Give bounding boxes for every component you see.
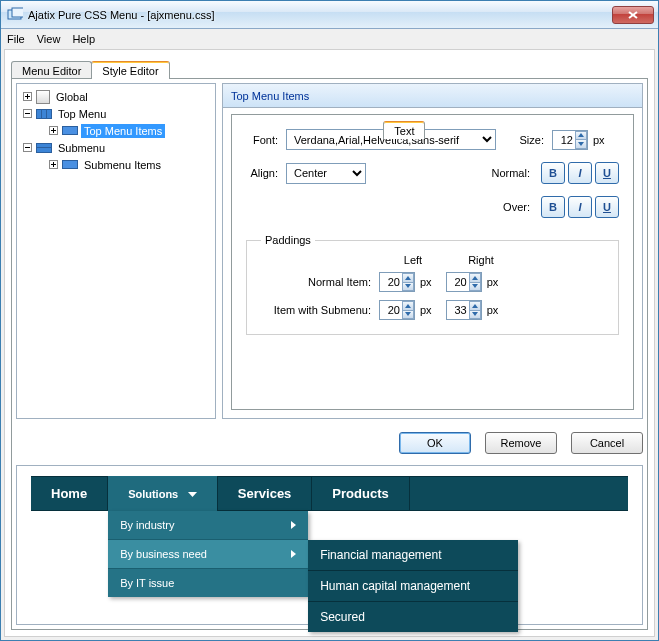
menu-help[interactable]: Help xyxy=(72,33,95,45)
preview-item-products[interactable]: Products xyxy=(312,476,409,511)
tree-label-submenuitems: Submenu Items xyxy=(81,158,164,172)
sub-by-industry[interactable]: By industry xyxy=(108,511,308,539)
size-label: Size: xyxy=(496,134,552,146)
tree-top-menu-items[interactable]: Top Menu Items xyxy=(19,122,213,139)
submenu-item-label: Item with Submenu: xyxy=(261,304,379,316)
preview-submenu: By industry By business need Financial m… xyxy=(108,511,308,597)
svg-marker-17 xyxy=(578,133,584,137)
sub2-hcm[interactable]: Human capital management xyxy=(308,570,518,601)
sub-by-it-issue[interactable]: By IT issue xyxy=(108,568,308,597)
preview-submenu2: Financial management Human capital manag… xyxy=(308,540,518,632)
titlebar[interactable]: Ajatix Pure CSS Menu - [ajxmenu.css] xyxy=(1,1,658,29)
tree-label-submenu: Submenu xyxy=(55,141,108,155)
twisty-icon[interactable] xyxy=(21,142,33,154)
size-unit: px xyxy=(593,134,605,146)
twisty-icon[interactable] xyxy=(21,91,33,103)
svg-marker-27 xyxy=(188,492,197,497)
menu-view[interactable]: View xyxy=(37,33,61,45)
window-title: Ajatix Pure CSS Menu - [ajxmenu.css] xyxy=(28,9,612,21)
over-style-label: Over: xyxy=(503,201,538,213)
ok-button[interactable]: OK xyxy=(399,432,471,454)
right-panel-heading: Top Menu Items xyxy=(223,84,642,108)
preview-top-menu: Home Solutions By industry By business n… xyxy=(31,476,628,511)
twisty-icon[interactable] xyxy=(21,108,33,120)
app-window: Ajatix Pure CSS Menu - [ajxmenu.css] Fil… xyxy=(0,0,659,641)
chevron-right-icon xyxy=(291,521,296,529)
spinner-buttons[interactable] xyxy=(575,131,587,149)
remove-button[interactable]: Remove xyxy=(485,432,557,454)
underline-normal-button[interactable]: U xyxy=(595,162,619,184)
sub-by-business-need[interactable]: By business need Financial management Hu… xyxy=(108,539,308,568)
right-panel: Top Menu Items Size Colors Images Text F… xyxy=(222,83,643,419)
sub-right-spinner[interactable] xyxy=(446,300,482,320)
font-label: Font: xyxy=(246,134,286,146)
svg-marker-26 xyxy=(472,312,478,316)
italic-over-button[interactable]: I xyxy=(568,196,592,218)
preview-item-solutions-label: Solutions xyxy=(128,488,178,500)
normal-style-label: Normal: xyxy=(491,167,538,179)
preview-item-services[interactable]: Services xyxy=(218,476,313,511)
close-button[interactable] xyxy=(612,6,654,24)
app-icon xyxy=(7,7,23,23)
global-icon xyxy=(36,90,50,104)
tree-top-menu[interactable]: Top Menu xyxy=(19,105,213,122)
menu-item-icon xyxy=(62,126,78,135)
client-area: Menu Editor Style Editor Global Top Menu xyxy=(4,49,655,637)
dialog-button-row: OK Remove Cancel xyxy=(399,432,643,454)
tree-submenu-items[interactable]: Submenu Items xyxy=(19,156,213,173)
tab-menu-editor[interactable]: Menu Editor xyxy=(11,61,92,79)
twisty-icon[interactable] xyxy=(47,159,59,171)
bold-normal-button[interactable]: B xyxy=(541,162,565,184)
svg-marker-18 xyxy=(578,142,584,146)
sub2-secured[interactable]: Secured xyxy=(308,601,518,632)
svg-marker-28 xyxy=(291,521,296,529)
underline-over-button[interactable]: U xyxy=(595,196,619,218)
tab-text[interactable]: Text xyxy=(383,121,425,139)
tree-submenu[interactable]: Submenu xyxy=(19,139,213,156)
align-label: Align: xyxy=(246,167,286,179)
cancel-button[interactable]: Cancel xyxy=(571,432,643,454)
bold-over-button[interactable]: B xyxy=(541,196,565,218)
text-panel: Font: Verdana,Arial,Helvetica,sans-serif… xyxy=(231,114,634,410)
chevron-down-icon xyxy=(188,488,197,500)
unit-px: px xyxy=(487,304,499,316)
unit-px: px xyxy=(420,276,432,288)
align-select[interactable]: Center xyxy=(286,163,366,184)
main-tabstrip: Menu Editor Style Editor xyxy=(11,56,648,78)
menu-file[interactable]: File xyxy=(7,33,25,45)
padding-left-label: Left xyxy=(379,254,447,266)
svg-marker-22 xyxy=(472,284,478,288)
preview-item-home[interactable]: Home xyxy=(31,476,108,511)
tree-label-global: Global xyxy=(53,90,91,104)
font-size-spinner[interactable] xyxy=(552,130,588,150)
svg-marker-25 xyxy=(472,304,478,308)
paddings-legend: Paddings xyxy=(261,234,315,246)
top-menu-icon xyxy=(36,109,52,119)
sub2-financial[interactable]: Financial management xyxy=(308,540,518,570)
italic-normal-button[interactable]: I xyxy=(568,162,592,184)
preview-item-solutions[interactable]: Solutions By industry By business need F… xyxy=(108,476,218,511)
svg-marker-24 xyxy=(405,312,411,316)
svg-marker-29 xyxy=(291,550,296,558)
tree-label-topmenu: Top Menu xyxy=(55,107,109,121)
svg-rect-1 xyxy=(12,8,23,17)
svg-marker-21 xyxy=(472,276,478,280)
tree-global[interactable]: Global xyxy=(19,88,213,105)
sub-left-spinner[interactable] xyxy=(379,300,415,320)
normal-left-spinner[interactable] xyxy=(379,272,415,292)
unit-px: px xyxy=(487,276,499,288)
menubar: File View Help xyxy=(1,29,658,49)
submenu-icon xyxy=(36,143,52,153)
svg-marker-23 xyxy=(405,304,411,308)
chevron-right-icon xyxy=(291,550,296,558)
main-tab-body: Global Top Menu Top Menu Items Submenu xyxy=(11,78,648,630)
svg-marker-20 xyxy=(405,284,411,288)
tab-style-editor[interactable]: Style Editor xyxy=(91,61,169,79)
padding-right-label: Right xyxy=(447,254,515,266)
style-tree[interactable]: Global Top Menu Top Menu Items Submenu xyxy=(16,83,216,419)
paddings-fieldset: Paddings Left Right Normal Item: px px xyxy=(246,234,619,335)
menu-preview: Home Solutions By industry By business n… xyxy=(16,465,643,625)
twisty-icon[interactable] xyxy=(47,125,59,137)
close-icon xyxy=(628,11,638,19)
normal-right-spinner[interactable] xyxy=(446,272,482,292)
